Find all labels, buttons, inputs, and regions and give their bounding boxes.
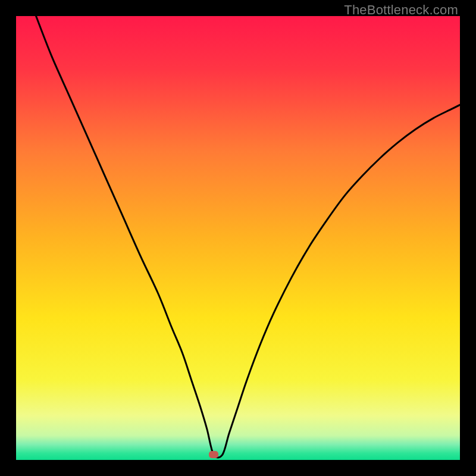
plot-area: [16, 16, 460, 460]
outer-frame: TheBottleneck.com: [0, 0, 476, 476]
bottleneck-curve: [16, 16, 460, 460]
optimal-point-marker: [209, 451, 218, 458]
